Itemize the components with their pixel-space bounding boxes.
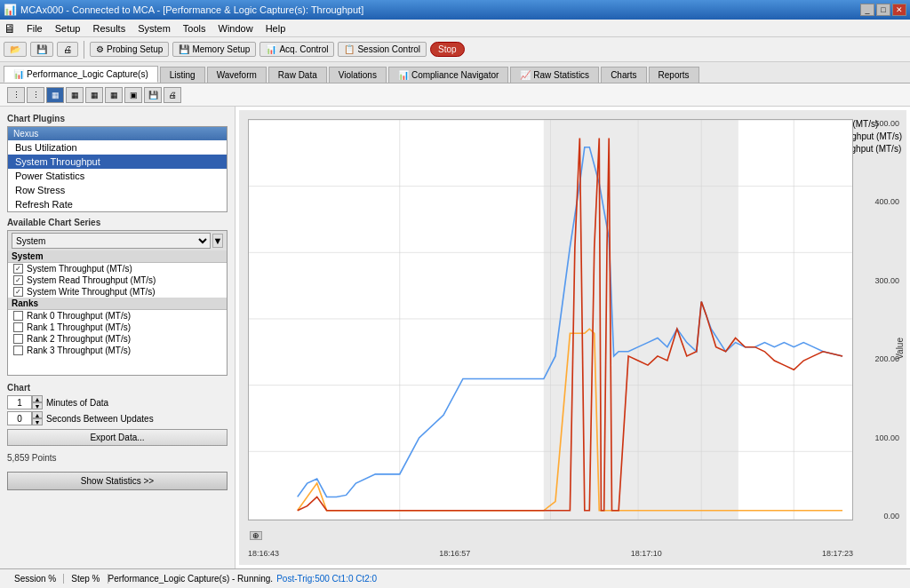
checkbox-rank3[interactable]	[13, 346, 23, 355]
seconds-label: Seconds Between Updates	[46, 414, 154, 424]
main-content: Chart Plugins Nexus Bus Utilization Syst…	[0, 107, 910, 568]
tab-waveform[interactable]: Waveform	[207, 67, 267, 83]
menu-tools[interactable]: Tools	[178, 21, 212, 36]
plugin-bus-utilization[interactable]: Bus Utilization	[8, 140, 227, 155]
app-icon: 📊	[4, 4, 17, 16]
toolbar: 📂 💾 🖨 ⚙ Probing Setup 💾 Memory Setup 📊 A…	[0, 37, 910, 62]
x-tick-3: 18:17:10	[631, 549, 662, 558]
available-series-section: Available Chart Series System ▼ System S…	[7, 218, 228, 376]
chart-label: Chart	[7, 383, 228, 393]
zoom-btn[interactable]: ⊕	[250, 531, 262, 540]
plugin-system-throughput[interactable]: System Throughput	[8, 155, 227, 169]
checkbox-system-throughput[interactable]	[13, 264, 23, 274]
x-tick-1: 18:16:43	[248, 549, 279, 558]
subtool-btn-1[interactable]: ⋮	[7, 87, 25, 103]
tab-reports[interactable]: Reports	[649, 67, 699, 83]
plugin-row-stress[interactable]: Row Stress	[8, 183, 227, 197]
menu-help[interactable]: Help	[260, 21, 291, 36]
chart-plugins-label: Chart Plugins	[7, 114, 228, 123]
menu-results[interactable]: Results	[87, 21, 131, 36]
menu-file[interactable]: File	[21, 21, 48, 36]
subtoolbar: ⋮ ⋮ ▦ ▦ ▦ ▦ ▣ 💾 🖨	[0, 83, 910, 107]
print-button[interactable]: 🖨	[57, 42, 78, 57]
titlebar: 📊 MCAx000 - Connected to MCA - [Performa…	[0, 0, 910, 20]
stop-button[interactable]: Stop	[430, 42, 465, 57]
plugin-power-statistics[interactable]: Power Statistics	[8, 169, 227, 183]
series-scroll-btn[interactable]: ▼	[212, 234, 223, 248]
subtool-grid-5[interactable]: ▣	[124, 87, 142, 103]
plugin-box: Nexus Bus Utilization System Throughput …	[7, 126, 228, 212]
status-session: Session %	[7, 574, 64, 584]
minutes-down-btn[interactable]: ▼	[32, 402, 43, 409]
status-main: Performance_Logic Capture(s) - Running. …	[108, 574, 904, 584]
seconds-row: ▲ ▼ Seconds Between Updates	[7, 411, 228, 425]
checkbox-read-throughput[interactable]	[13, 275, 23, 285]
acq-control-label: Acq. Control	[279, 44, 328, 54]
chart-container: System Throughput (MT/s) System Read Thr…	[239, 110, 906, 565]
chart-area: System Throughput (MT/s) System Read Thr…	[235, 107, 910, 568]
acq-control-button[interactable]: 📊 Acq. Control	[259, 42, 334, 57]
post-trig-text: Post-Trig:500 Ct1:0 Ct2:0	[276, 574, 377, 584]
memory-setup-button[interactable]: 💾 Memory Setup	[172, 42, 256, 57]
system-group-label: System	[8, 250, 227, 263]
statusbar: Session % Step % Performance_Logic Captu…	[0, 568, 910, 588]
sidebar: Chart Plugins Nexus Bus Utilization Syst…	[0, 107, 235, 568]
checkbox-rank1[interactable]	[13, 322, 23, 332]
subtool-grid-4[interactable]: ▦	[105, 87, 123, 103]
series-box: System ▼ System System Throughput (MT/s)…	[7, 230, 228, 376]
checkbox-write-throughput[interactable]	[13, 287, 23, 297]
tab-violations[interactable]: Violations	[329, 67, 387, 83]
export-button[interactable]: Export Data...	[7, 429, 228, 446]
subtool-grid-2[interactable]: ▦	[66, 87, 84, 103]
minimize-button[interactable]: _	[860, 4, 874, 16]
subtool-save-chart[interactable]: 💾	[144, 87, 162, 103]
y-tick-0: 0.00	[855, 512, 899, 520]
chart-inner[interactable]	[248, 119, 853, 520]
y-tick-200: 200.00	[855, 354, 899, 363]
open-button[interactable]: 📂	[4, 42, 27, 57]
x-axis-labels: 18:16:43 18:16:57 18:17:10 18:17:23	[248, 549, 853, 558]
menu-system[interactable]: System	[132, 21, 176, 36]
minutes-up-btn[interactable]: ▲	[32, 395, 43, 402]
menu-window[interactable]: Window	[213, 21, 259, 36]
tab-charts[interactable]: Charts	[601, 67, 646, 83]
series-group-select[interactable]: System	[12, 233, 211, 249]
session-control-label: Session Control	[357, 44, 420, 54]
subtool-print-chart[interactable]: 🖨	[164, 87, 181, 103]
menu-setup[interactable]: Setup	[50, 21, 86, 36]
subtool-grid-3[interactable]: ▦	[85, 87, 103, 103]
acq-icon: 📊	[266, 44, 276, 54]
series-read-throughput: System Read Throughput (MT/s)	[8, 274, 227, 286]
plugin-refresh-rate[interactable]: Refresh Rate	[8, 197, 227, 211]
x-tick-4: 18:17:23	[822, 549, 853, 558]
probing-setup-button[interactable]: ⚙ Probing Setup	[90, 42, 169, 57]
tab-performance[interactable]: 📊 Performance_Logic Capture(s)	[4, 66, 158, 83]
checkbox-rank0[interactable]	[13, 311, 23, 321]
y-axis-label: Value	[895, 338, 905, 360]
series-scroll-area[interactable]: System System Throughput (MT/s) System R…	[8, 250, 227, 375]
series-system-throughput: System Throughput (MT/s)	[8, 263, 227, 274]
minutes-row: ▲ ▼ Minutes of Data	[7, 395, 228, 409]
memory-icon: 💾	[179, 44, 189, 54]
subtool-grid-1[interactable]: ▦	[46, 87, 64, 103]
session-control-button[interactable]: 📋 Session Control	[338, 42, 427, 57]
subtool-btn-2[interactable]: ⋮	[27, 87, 44, 103]
seconds-input[interactable]	[7, 411, 32, 425]
session-label: Session %	[14, 574, 56, 584]
maximize-button[interactable]: □	[876, 4, 890, 16]
minutes-input[interactable]	[7, 395, 32, 409]
tab-raw-statistics[interactable]: 📈 Raw Statistics	[510, 67, 599, 83]
session-icon: 📋	[344, 44, 355, 54]
tab-compliance[interactable]: 📊 Compliance Navigator	[388, 67, 508, 83]
status-step: Step %	[64, 574, 108, 584]
close-button[interactable]: ✕	[892, 4, 906, 16]
seconds-up-btn[interactable]: ▲	[32, 411, 43, 418]
tab-raw-data[interactable]: Raw Data	[268, 67, 327, 83]
save-button[interactable]: 💾	[30, 42, 53, 57]
show-statistics-button[interactable]: Show Statistics >>	[7, 472, 228, 490]
seconds-down-btn[interactable]: ▼	[32, 418, 43, 425]
points-label: 5,859 Points	[7, 453, 228, 463]
tab-listing[interactable]: Listing	[160, 67, 205, 83]
y-tick-300: 300.00	[855, 276, 899, 285]
checkbox-rank2[interactable]	[13, 334, 23, 344]
